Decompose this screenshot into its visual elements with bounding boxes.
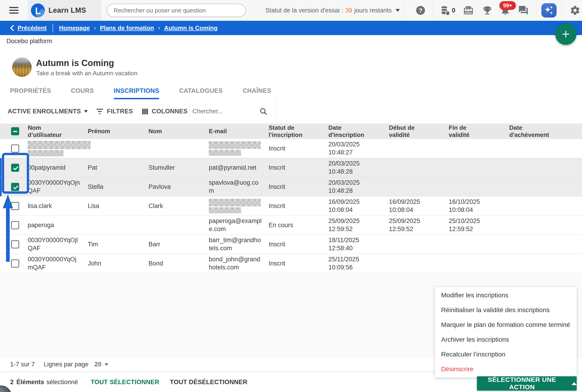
- menu-item-0[interactable]: Modifier les inscriptions: [435, 288, 577, 303]
- column-header-validity-end[interactable]: Fin de validité: [449, 124, 509, 138]
- rewards-button[interactable]: [462, 0, 475, 21]
- cell-lastname: [149, 224, 209, 226]
- row-checkbox[interactable]: [11, 144, 19, 152]
- table-header-row: Nom d’utilisateur Prénom Nom E-mail Stat…: [0, 124, 582, 139]
- cell-completion-date: [509, 166, 582, 169]
- column-header-status[interactable]: Statut de l'inscription: [269, 124, 328, 138]
- table-row[interactable]: 0030Y00000YqOjmQAF John Bond bond_john@g…: [0, 254, 582, 273]
- tab-2[interactable]: INSCRIPTIONS: [114, 81, 159, 99]
- cell-validity-end: [449, 243, 509, 246]
- coins-icon: [441, 5, 450, 16]
- logo-icon: L: [31, 4, 45, 17]
- view-selector-label: ACTIVE ENROLLMENTS: [8, 108, 81, 115]
- column-header-completion-date[interactable]: Date d'achèvement: [509, 124, 582, 138]
- trophy-icon: [482, 5, 493, 16]
- table-row[interactable]: 0030Y00000YqOjlQAF Tim Barr barr_tim@gra…: [0, 235, 582, 254]
- plan-thumbnail: [12, 58, 32, 77]
- gamification-coins-button[interactable]: 0: [439, 0, 457, 21]
- leaderboard-button[interactable]: [481, 0, 494, 21]
- choose-action-button[interactable]: SÉLECTIONNER UNE ACTION: [477, 376, 577, 390]
- cell-lastname: Stumuller: [149, 162, 209, 173]
- settings-button[interactable]: [568, 0, 581, 21]
- cell-email: [209, 140, 269, 157]
- cell-username: 0030Y00000YqOjmQAF: [28, 254, 88, 273]
- table-row[interactable]: lisa.clark Lisa Clark Inscrit 16/09/2025…: [0, 196, 582, 216]
- menu-item-2[interactable]: Marquer le plan de formation comme termi…: [435, 318, 577, 332]
- cell-enroll-date: 16/09/2025 10:08:04: [328, 197, 389, 215]
- rows-per-page-label: Lignes par page: [44, 361, 89, 368]
- cell-lastname: Pavlova: [149, 182, 209, 192]
- cell-status: Inscrit: [269, 182, 328, 192]
- global-search[interactable]: [107, 4, 246, 17]
- row-checkbox[interactable]: [11, 260, 19, 268]
- divider: [276, 99, 276, 124]
- messages-button[interactable]: [517, 0, 530, 21]
- tab-3[interactable]: CATALOGUES: [179, 81, 223, 99]
- table-row[interactable]: paperoga paperoga@example.com En cours 2…: [0, 216, 582, 235]
- tab-0[interactable]: PROPRIÉTÉS: [10, 81, 51, 99]
- row-checkbox[interactable]: [11, 183, 19, 191]
- global-search-input[interactable]: [114, 7, 239, 14]
- rows-per-page-value[interactable]: 20: [95, 361, 101, 368]
- row-checkbox-cell: [0, 260, 28, 268]
- divider: [536, 0, 536, 21]
- filters-button[interactable]: FILTRES: [96, 99, 133, 124]
- chat-icon: [518, 5, 529, 16]
- hamburger-menu-icon[interactable]: [9, 7, 19, 14]
- help-button[interactable]: ?: [415, 0, 427, 21]
- tab-1[interactable]: COURS: [71, 81, 94, 99]
- cell-email: bond_john@grandhotels.com: [209, 254, 269, 273]
- breadcrumb-current-plan[interactable]: Autumn is Coming: [164, 24, 218, 32]
- breadcrumb-homepage[interactable]: Homepage: [59, 24, 90, 32]
- tab-4[interactable]: CHAÎNES: [243, 81, 271, 99]
- cell-validity-start: [389, 243, 449, 246]
- table-search[interactable]: [192, 99, 276, 124]
- app-logo[interactable]: L Learn LMS: [28, 0, 101, 21]
- table-row[interactable]: 0030Y00000YqOjnQAF Stella Pavlova spavlo…: [0, 177, 582, 196]
- table-row[interactable]: 00patpyramid Pat Stumuller pat@pyramid.n…: [0, 158, 582, 177]
- cell-status: Inscrit: [269, 162, 328, 173]
- column-header-validity-start[interactable]: Début de validité: [389, 124, 449, 138]
- cell-validity-start: 25/09/2025 12:59:52: [389, 216, 449, 234]
- top-bar: L Learn LMS Statut de la version d'essai…: [0, 0, 582, 21]
- ai-assistant-button[interactable]: [541, 3, 556, 18]
- actions-menu: Modifier les inscriptionsRéinitialiser l…: [435, 287, 577, 378]
- select-all-checkbox[interactable]: [11, 127, 19, 135]
- filter-icon: [96, 108, 104, 115]
- menu-item-4[interactable]: Recalculer l’inscription: [435, 347, 577, 362]
- select-all-link[interactable]: TOUT SÉLECTIONNER: [91, 378, 159, 386]
- row-checkbox[interactable]: [11, 221, 19, 229]
- cell-lastname: [149, 147, 209, 150]
- column-header-email[interactable]: E-mail: [209, 128, 269, 135]
- column-header-lastname[interactable]: Nom: [149, 128, 209, 135]
- row-checkbox[interactable]: [11, 164, 19, 172]
- selected-suffix: sélectionné: [47, 378, 78, 386]
- menu-item-5[interactable]: Désinscrire: [435, 362, 577, 376]
- columns-button[interactable]: COLONNES: [142, 99, 188, 124]
- chevron-down-icon[interactable]: [105, 363, 108, 366]
- trial-status-dropdown[interactable]: Statut de la version d'essai : 39 jours …: [265, 0, 400, 21]
- row-checkbox[interactable]: [11, 240, 19, 248]
- add-button[interactable]: [555, 24, 576, 45]
- chevron-right-icon: ›: [94, 25, 96, 31]
- menu-item-1[interactable]: Réinitialiser la validité des inscriptio…: [435, 303, 577, 318]
- column-header-firstname[interactable]: Prénom: [88, 128, 149, 135]
- cell-status: En cours: [269, 220, 328, 230]
- cell-validity-end: [449, 186, 509, 188]
- svg-text:?: ?: [419, 7, 422, 14]
- row-checkbox[interactable]: [11, 202, 19, 210]
- redacted-text: [209, 150, 241, 156]
- view-selector[interactable]: ACTIVE ENROLLMENTS: [8, 99, 88, 124]
- menu-item-3[interactable]: Archiver les inscriptions: [435, 332, 577, 347]
- deselect-all-link[interactable]: TOUT DÉSÉLECTIONNER: [170, 378, 247, 386]
- search-icon[interactable]: [259, 107, 268, 116]
- pagination-range: 1-7 sur 7: [10, 361, 35, 368]
- breadcrumb-learning-plans[interactable]: Plans de formation: [100, 24, 154, 32]
- column-header-enroll-date[interactable]: Date d'inscription: [328, 124, 389, 138]
- table-row[interactable]: Inscrit 20/03/2025 10:48:27: [0, 139, 582, 158]
- divider: [53, 24, 53, 32]
- back-link[interactable]: Précédent: [18, 24, 47, 32]
- table-search-input[interactable]: [192, 108, 259, 115]
- page-subtitle: Take a break with an Autumn vacation: [36, 70, 137, 77]
- column-header-username[interactable]: Nom d’utilisateur: [28, 124, 88, 138]
